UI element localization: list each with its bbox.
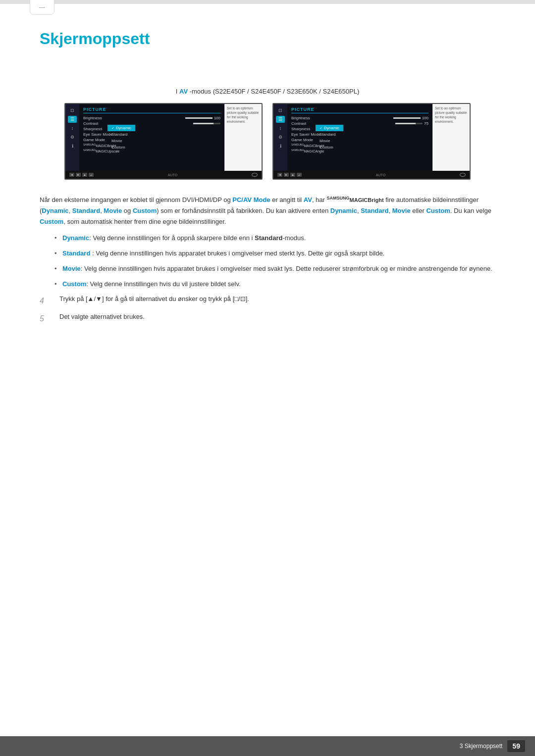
r-menu-item-brightness: Brightness 100 [291,115,428,121]
btn-up[interactable]: ▲ [82,173,87,177]
monitor-right-info: Set to an optimum picture quality suitab… [432,104,470,179]
section-label-prefix: I [176,88,179,95]
btn-left[interactable]: ◄ [69,173,74,177]
bullet-dynamic-label: Dynamic [62,234,89,242]
footer-chapter: 3 Skjermoppsett [460,743,503,750]
step-4-row: 4 Trykk på [▲/▼] for å gå til alternativ… [40,294,495,307]
brightness-label: Brightness [83,116,102,120]
footer-page-number: 59 [507,740,525,752]
section-label-rest: -modus (S22E450F / S24E450F / S23E650K /… [190,88,360,95]
custom-ref2: Custom [426,207,450,214]
r-btn-right[interactable]: ► [284,173,289,177]
standard-ref2: Standard [361,207,388,214]
r-dropdown-movie: Movie [316,138,343,144]
monitor-left-dropdown: ✓ Dynamic Standard Movie Custom [107,125,135,151]
section-av-label: AV [179,88,188,95]
monitor-right-bottom: ◄ ► ▲ ↵ AUTO [273,171,470,179]
menu-item-eyesaver: Eye Saver Mode [83,132,220,137]
menu-item-gamemode: Game Mode [83,137,220,143]
r-btn-up[interactable]: ▲ [290,173,295,177]
menu-item-brightness: Brightness 100 [83,115,220,121]
r-contrast-value: 75 [395,121,428,126]
r-btn-left[interactable]: ◄ [277,173,282,177]
btn-right[interactable]: ► [76,173,81,177]
power-button[interactable] [252,173,258,177]
r-brightness-bar [393,117,421,119]
monitor-left-sidebar: ⊡ ☰ ↕ ⚙ ℹ [65,104,79,179]
r-sharpness-label: Sharpness [291,127,310,131]
r-gamemode-label: Game Mode [291,138,313,142]
menu-item-magicbright: SAMSUNGMAGICBright [83,143,220,148]
page-footer: 3 Skjermoppsett 59 [0,736,535,756]
r-brightness-label: Brightness [291,116,310,120]
monitor-left-bottom: ◄ ► ▲ ↵ AUTO [65,171,262,179]
r-menu-item-eyesaver: Eye Saver Mode [291,132,428,137]
contrast-bar-fill [193,123,214,124]
monitors-row: ⊡ ☰ ↕ ⚙ ℹ PICTURE Br [40,103,495,180]
sidebar-icon-display: ⊡ [68,107,77,114]
r-btn-enter[interactable]: ↵ [297,173,302,177]
r-contrast-label: Contrast [291,121,306,126]
page-title: Skjermoppsett [40,30,495,48]
monitor-left-info-text: Set to an optimum picture quality suitab… [227,106,260,124]
r-menu-item-magicangle: SAMSUNGMAGICAngle [291,148,428,153]
r-contrast-bar-fill [395,123,416,124]
dropdown-standard: Standard [107,131,135,138]
brightness-bar-fill [185,117,213,119]
bullet-dynamic: Dynamic: Velg denne innstillingen for å … [54,233,495,244]
r-menu-item-sharpness: Sharpness [291,126,428,132]
sidebar-r-icon-display: ⊡ [276,107,285,114]
monitor-right: ⊡ ☰ ↕ ⚙ ℹ PICTURE Br [272,103,471,180]
section-label: I AV -modus (S22E450F / S24E450F / S23E6… [40,88,495,95]
brightness-value: 100 [185,116,220,120]
sidebar-icon-gear: ⚙ [68,134,77,141]
monitor-right-info-text: Set to an optimum picture quality suitab… [435,106,468,124]
sidebar-icon-picture: ☰ [68,116,77,123]
standard-bold: Standard [255,234,282,242]
r-menu-item-gamemode: Game Mode [291,137,428,143]
r-dropdown-dynamic: ✓ Dynamic [316,125,343,131]
sidebar-r-icon-info: ℹ [276,143,285,150]
step-4-num: 4 [40,294,50,307]
bullet-movie: Movie: Velg denne innstillingen hvis app… [54,264,495,274]
standard-ref1: Standard [72,207,100,214]
menu-item-contrast: Contrast [83,121,220,126]
monitor-left-main: PICTURE Brightness 100 Contrast [79,104,224,179]
r-brightness-value: 100 [393,116,428,120]
contrast-value [193,123,220,124]
bullet-custom-label: Custom [62,280,86,288]
paragraph1: Når den eksterne inngangen er koblet til… [40,195,495,227]
btn-enter[interactable]: ↵ [89,173,94,177]
r-menu-item-contrast: Contrast 75 [291,121,428,126]
sidebar-icon-settings: ↕ [68,125,77,132]
bullet-standard: Standard : Velg denne innstillingen hvis… [54,249,495,259]
dropdown-movie: Movie [107,138,135,144]
contrast-label: Contrast [83,121,98,126]
step-5-row: 5 Det valgte alternativet brukes. [40,312,495,325]
monitor-left-info: Set to an optimum picture quality suitab… [224,104,262,179]
sidebar-r-icon-settings: ↕ [276,125,285,132]
sidebar-r-icon-picture: ☰ [276,116,285,123]
menu-item-sharpness: Sharpness [83,126,220,132]
bullet-list: Dynamic: Velg denne innstillingen for å … [54,233,495,289]
r-dropdown-standard: Standard [316,131,343,138]
monitor-right-title: PICTURE [291,107,428,113]
step-5-text: Det valgte alternativet brukes. [59,312,145,322]
page-tab-icon: — [39,4,45,11]
gamemode-label: Game Mode [83,138,105,142]
bullet-movie-label: Movie [62,265,81,272]
auto-label: AUTO [168,173,177,177]
movie-ref2: Movie [392,207,411,214]
r-power-button[interactable] [460,173,466,177]
r-contrast-bar [395,123,423,124]
dynamic-ref2: Dynamic [330,207,357,214]
menu-item-magicupscale: SAMSUNGMAGICUpscale [83,148,220,153]
custom-ref3: Custom [40,218,63,225]
monitor-left-title: PICTURE [83,107,220,113]
step-5-num: 5 [40,312,50,325]
pcav-mode: PC/AV Mode [232,196,270,203]
av-label: AV [304,196,312,203]
page-tab: — [30,0,54,15]
step-4-text: Trykk på [▲/▼] for å gå til alternativet… [59,294,249,304]
body-text: Når den eksterne inngangen er koblet til… [40,195,495,325]
